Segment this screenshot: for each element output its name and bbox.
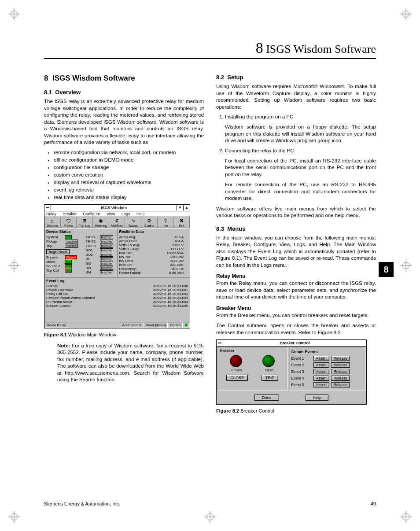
open-lamp-icon: [262, 355, 275, 367]
event-log-pane: Event Log Startup03/22/96 16:29:23.000 D…: [44, 277, 190, 322]
figure-8-2-caption: Figure 8.2 Breaker Control: [216, 408, 376, 413]
toolbar-control[interactable]: ⚙Control: [141, 217, 158, 228]
toolbar-triplog[interactable]: ≣Trip Log: [77, 217, 93, 228]
wisdom-main-window: ISGS Wisdom ▼ ▲ Relay Breaker Configure …: [44, 204, 190, 328]
menubar: Relay Breaker Configure View Logs Help: [44, 211, 190, 217]
section-heading: 8 ISGS Wisdom Software: [44, 74, 204, 83]
system-menu-icon[interactable]: [44, 205, 51, 210]
breaker-control-window: Breaker Control Breaker Closed Open: [216, 339, 367, 405]
assert-button[interactable]: Assert: [313, 382, 329, 387]
overview-heading: 8.1 Overview: [44, 89, 204, 96]
breaker-panel: Breaker Closed Open CLOSE TRIP: [217, 347, 287, 391]
menu-breaker[interactable]: Breaker: [63, 212, 77, 216]
assert-button[interactable]: Assert: [313, 376, 329, 381]
status-baud: Baud:[demo]: [144, 322, 168, 328]
toolbar-metering[interactable]: ◉Metering: [93, 217, 109, 228]
toolbar-waves[interactable]: ∿Waves: [125, 217, 141, 228]
setup-para: Using Wisdom software requires Microsoft…: [216, 83, 376, 111]
menu-relay[interactable]: Relay: [46, 212, 56, 216]
menu-configure[interactable]: Configure: [83, 212, 100, 216]
chapter-tab: 8: [379, 262, 394, 277]
footer-left: Siemens Energy & Automation, Inc.: [44, 501, 120, 506]
breaker-menu-heading: Breaker Menu: [216, 305, 376, 311]
setup-heading: 8.2 Setup: [216, 74, 376, 81]
setup-list: Installing the program on a PC: [216, 114, 376, 119]
menu-logs[interactable]: Logs: [122, 212, 130, 216]
trip-button[interactable]: TRIP: [262, 375, 279, 381]
done-button[interactable]: Done: [254, 395, 279, 401]
footer-page-number: 49: [371, 501, 376, 506]
running-head-text: ISGS Wisdom Software: [266, 43, 376, 55]
overview-para: The ISGS relay is an extremely advanced …: [44, 98, 204, 146]
titlebar: ISGS Wisdom ▼ ▲: [44, 205, 190, 211]
status-relay: Demo Relay: [44, 322, 68, 328]
window-title: Breaker Control: [223, 341, 366, 345]
release-button[interactable]: Release: [331, 382, 350, 387]
realtime-data-pane: Realtime Data Amps Avg:496 A Amps Dmd:48…: [117, 228, 190, 277]
assert-button[interactable]: Assert: [313, 369, 329, 374]
system-menu-icon[interactable]: [217, 340, 223, 346]
running-head: 8 ISGS Wisdom Software: [44, 40, 376, 56]
release-button[interactable]: Release: [331, 356, 350, 361]
status-comm: Comm: [168, 322, 183, 328]
toolbar-protect[interactable]: 🛡Protect: [61, 217, 77, 228]
figure-8-1-caption: Figure 8.1 Wisdom Main Window: [44, 332, 204, 337]
toolbar-info[interactable]: ?Info: [158, 217, 174, 228]
menus-heading: 8.3 Menus: [216, 225, 376, 232]
running-head-num: 8: [256, 40, 263, 56]
release-button[interactable]: Release: [331, 376, 350, 381]
release-button[interactable]: Release: [331, 362, 350, 368]
closed-lamp-icon: [230, 355, 242, 367]
page-footer: Siemens Energy & Automation, Inc. 49: [44, 501, 376, 506]
toolbar-minmax[interactable]: ⇵Min/Max: [109, 217, 125, 228]
toolbar: ⎌Disconn 🛡Protect ≣Trip Log ◉Metering ⇵M…: [44, 217, 190, 228]
note-block: Note: For a free copy of Wisdom software…: [57, 343, 204, 384]
overview-bullets: remote configuration via network, local …: [44, 150, 204, 200]
relay-menu-heading: Relay Menu: [216, 273, 376, 279]
target-reset-button[interactable]: Target Reset: [46, 249, 70, 254]
minimize-icon[interactable]: ▼: [177, 205, 183, 210]
status-bar: Demo Relay Addr:[demo] Baud:[demo] Comm: [44, 322, 190, 328]
titlebar: Breaker Control: [217, 340, 366, 347]
status-addr: Addr:[demo]: [120, 322, 144, 328]
menu-help[interactable]: Help: [136, 212, 145, 216]
help-button[interactable]: Help: [306, 395, 329, 401]
toolbar-exit[interactable]: ✖Exit: [173, 217, 190, 228]
menu-view[interactable]: View: [107, 212, 115, 216]
window-title: ISGS Wisdom: [51, 206, 177, 210]
comm-events-panel: Comm Events Event 1AssertRelease Event 2…: [289, 347, 365, 391]
release-button[interactable]: Release: [331, 369, 350, 374]
toolbar-disconn[interactable]: ⎌Disconn: [44, 217, 61, 228]
assert-button[interactable]: Assert: [313, 356, 329, 361]
device-status-pane: Device Status SystemOK PickupInactive Tr…: [44, 228, 117, 277]
status-led-icon: [183, 322, 190, 328]
maximize-icon[interactable]: ▲: [183, 205, 190, 210]
header-rule: [44, 58, 376, 59]
close-button[interactable]: CLOSE: [226, 375, 248, 381]
assert-button[interactable]: Assert: [313, 362, 329, 368]
